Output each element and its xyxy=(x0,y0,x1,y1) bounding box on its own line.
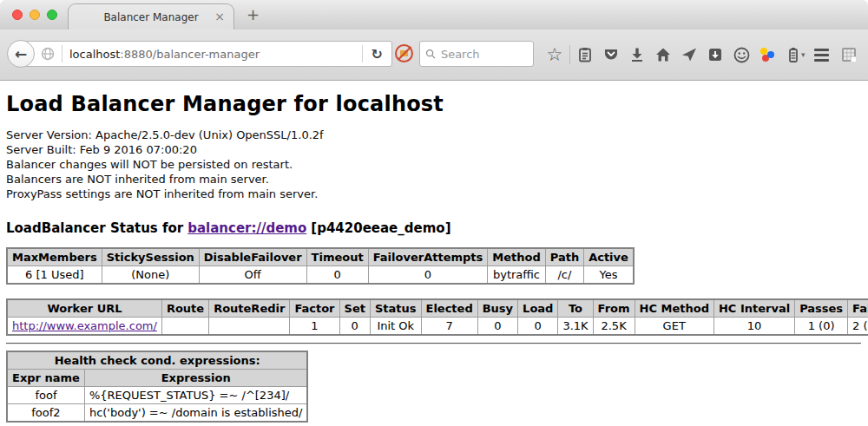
col-active: Active xyxy=(584,248,634,266)
col-expression: Expression xyxy=(84,370,307,387)
col-fails: Fails xyxy=(848,299,868,318)
col-passes: Passes xyxy=(795,299,848,318)
cell-factor: 1 xyxy=(290,318,339,336)
server-version-line: Server Version: Apache/2.5.0-dev (Unix) … xyxy=(6,128,868,142)
col-status: Status xyxy=(370,299,421,318)
worker-url-link[interactable]: http://www.example.com/ xyxy=(12,319,157,332)
cell-set: 0 xyxy=(339,318,370,336)
cell-timeout: 0 xyxy=(306,266,368,285)
table-row: 6 [1 Used] (None) Off 0 0 bytraffic /c/ … xyxy=(7,266,634,285)
minimize-window-button[interactable] xyxy=(30,10,40,20)
cell-disablefailover: Off xyxy=(199,266,306,285)
col-factor: Factor xyxy=(290,299,339,318)
url-bar[interactable]: localhost:8880/balancer-manager ↻ xyxy=(23,41,392,67)
cell-expression: %{REQUEST_STATUS} =~ /^[234]/ xyxy=(84,387,307,404)
col-set: Set xyxy=(339,299,370,318)
close-window-button[interactable] xyxy=(12,10,23,20)
globe-icon xyxy=(41,47,55,61)
cell-hc-method: GET xyxy=(635,318,713,336)
server-info: Server Version: Apache/2.5.0-dev (Unix) … xyxy=(6,128,868,201)
pocket-icon[interactable] xyxy=(598,41,624,69)
table-row: foof2 hc('body') =~ /domain is establish… xyxy=(7,404,307,423)
col-expr-name: Expr name xyxy=(7,370,84,387)
col-timeout: Timeout xyxy=(306,248,368,266)
col-routeredir: RouteRedir xyxy=(209,299,290,318)
status-suffix: [p4420eeae_demo] xyxy=(311,220,450,236)
cell-active: Yes xyxy=(584,266,634,285)
search-input[interactable] xyxy=(441,48,528,61)
balancer-settings-table: MaxMembers StickySession DisableFailover… xyxy=(6,247,635,285)
url-separator xyxy=(62,45,62,62)
bookmark-star-icon[interactable]: ☆ xyxy=(542,41,568,69)
zoom-window-button[interactable] xyxy=(47,10,57,20)
close-tab-icon[interactable]: × xyxy=(214,10,225,23)
col-method: Method xyxy=(488,248,545,266)
col-stickysession: StickySession xyxy=(102,248,199,266)
cell-path: /c/ xyxy=(545,266,583,285)
table-header-row: Worker URL Route RouteRedir Factor Set S… xyxy=(7,299,868,318)
cell-busy: 0 xyxy=(477,318,517,336)
col-from: From xyxy=(593,299,635,318)
toolbar-separator xyxy=(569,45,570,64)
loadbalancer-status-heading: LoadBalancer Status forbalancer://demo[p… xyxy=(6,220,868,236)
cell-hc-interval: 10 xyxy=(713,318,794,336)
menu-icon[interactable] xyxy=(814,49,829,62)
worker-status-table: Worker URL Route RouteRedir Factor Set S… xyxy=(6,298,868,336)
col-elected: Elected xyxy=(421,299,477,318)
url-domain: localhost xyxy=(69,48,120,61)
col-path: Path xyxy=(545,248,583,266)
cell-from: 2.5K xyxy=(593,318,635,336)
cell-to: 3.1K xyxy=(558,318,593,336)
navigation-toolbar: ← localhost:8880/balancer-manager ↻ ☆ xyxy=(0,29,868,81)
download-icon[interactable] xyxy=(624,41,650,69)
server-built-line: Server Built: Feb 9 2016 07:00:20 xyxy=(6,142,868,157)
col-route: Route xyxy=(161,299,208,318)
health-table-title: Health check cond. expressions: xyxy=(7,351,307,370)
col-maxmembers: MaxMembers xyxy=(7,248,102,266)
url-text: localhost:8880/balancer-manager xyxy=(69,48,355,61)
tab-title: Balancer Manager xyxy=(103,11,198,23)
proxypass-note-line: ProxyPass settings are NOT inherited fro… xyxy=(6,187,868,201)
plugin-blocked-icon[interactable] xyxy=(395,44,413,62)
table-header-row: Expr name Expression xyxy=(7,370,307,387)
cell-worker-url: http://www.example.com/ xyxy=(7,318,161,336)
col-busy: Busy xyxy=(477,299,517,318)
inherit-note-line: Balancers are NOT inherited from main se… xyxy=(6,172,868,187)
persist-note-line: Balancer changes will NOT be persisted o… xyxy=(6,157,868,172)
home-icon[interactable] xyxy=(650,41,676,69)
cell-stickysession: (None) xyxy=(102,266,199,285)
send-plane-icon[interactable] xyxy=(676,41,702,69)
cell-maxmembers: 6 [1 Used] xyxy=(7,266,102,285)
status-prefix: LoadBalancer Status for xyxy=(6,220,183,236)
new-tab-button[interactable]: + xyxy=(247,5,260,23)
col-failoverattempts: FailoverAttempts xyxy=(368,248,488,266)
cell-load: 0 xyxy=(518,318,558,336)
cell-route xyxy=(161,318,208,336)
back-button[interactable]: ← xyxy=(7,40,35,68)
col-worker-url: Worker URL xyxy=(7,299,161,318)
tiles-page-icon[interactable] xyxy=(836,41,862,69)
browser-tab[interactable]: Balancer Manager × xyxy=(68,3,234,29)
search-box[interactable] xyxy=(419,41,534,67)
page-content: Load Balancer Manager for localhost Serv… xyxy=(0,81,868,425)
balancer-demo-link[interactable]: balancer://demo xyxy=(187,220,306,236)
page-title: Load Balancer Manager for localhost xyxy=(6,81,868,116)
section-divider xyxy=(6,343,861,344)
url-separator xyxy=(362,45,363,62)
colored-dots-extension-icon[interactable] xyxy=(754,41,780,69)
col-load: Load xyxy=(518,299,558,318)
smiley-icon[interactable] xyxy=(728,41,754,69)
overflow-caret-icon[interactable]: ▾ xyxy=(801,50,806,59)
search-icon xyxy=(425,48,436,60)
url-path: :8880/balancer-manager xyxy=(120,48,260,61)
cell-elected: 7 xyxy=(421,318,477,336)
reading-list-icon[interactable] xyxy=(572,41,598,69)
dots-cluster xyxy=(760,47,775,62)
reload-icon[interactable]: ↻ xyxy=(372,46,383,62)
cell-method: bytraffic xyxy=(488,266,545,285)
video-download-icon[interactable] xyxy=(702,41,728,69)
col-to: To xyxy=(558,299,593,318)
cell-expr-name: foof xyxy=(7,387,84,404)
col-hc-interval: HC Interval xyxy=(713,299,794,318)
toolbar-icons: ☆ xyxy=(542,40,862,69)
